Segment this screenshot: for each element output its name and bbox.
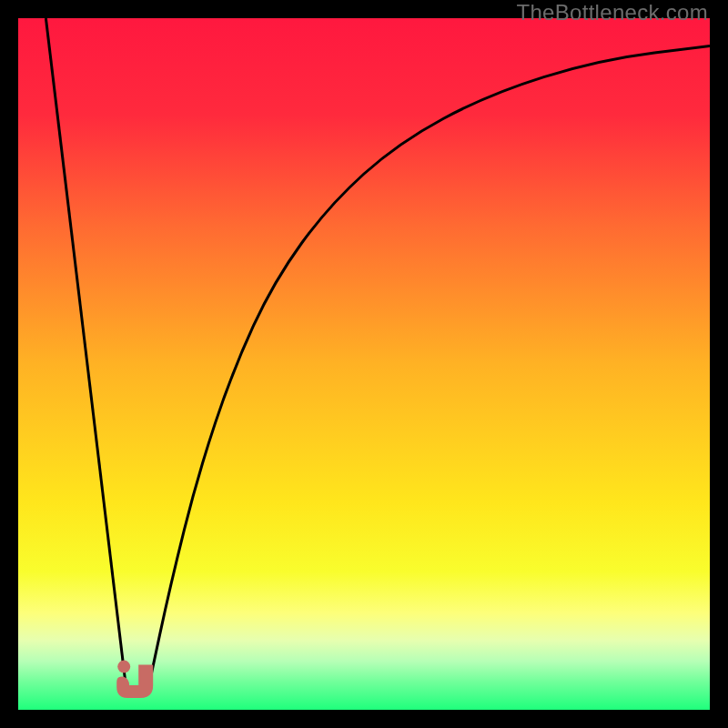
attribution-watermark: TheBottleneck.com [516, 0, 708, 25]
chart-frame: TheBottleneck.com [0, 0, 728, 728]
valley-marker-dot [117, 661, 130, 673]
gradient-curve-chart [18, 18, 710, 710]
background-gradient [18, 18, 710, 710]
plot-area [18, 18, 710, 710]
